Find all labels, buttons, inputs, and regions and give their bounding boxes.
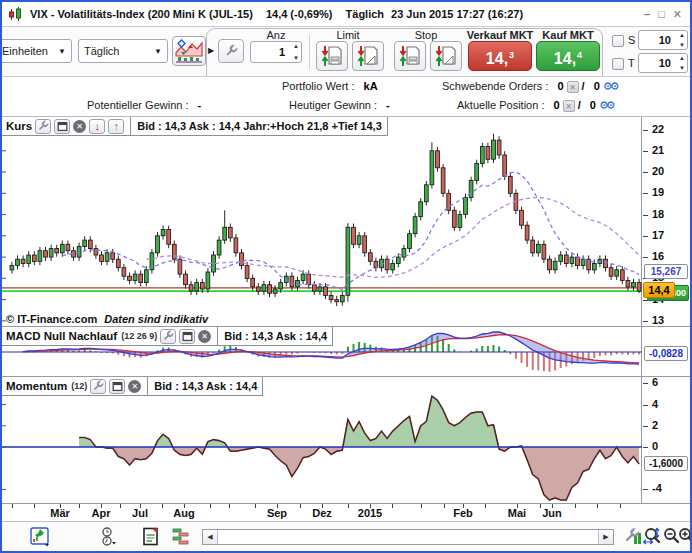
stop-order-alt-icon bbox=[434, 44, 458, 68]
header-divider bbox=[217, 327, 218, 346]
macd-panel-header: MACD Null Nachlauf (12 26 9) ✕ Bid : 14,… bbox=[2, 327, 333, 346]
panel-title: MACD Null Nachlauf bbox=[6, 330, 117, 342]
copyright-note: © IT-Finance.comDaten sind indikativ bbox=[6, 313, 208, 325]
maximize-icon[interactable]: □ bbox=[658, 8, 665, 21]
axis-tick bbox=[643, 172, 648, 173]
time-axis-month: Jul bbox=[132, 507, 148, 519]
units-dropdown[interactable]: Einheiten ▼ bbox=[0, 39, 72, 63]
close-icon[interactable]: ✕ bbox=[673, 8, 682, 21]
chevron-down-icon: ▼ bbox=[58, 47, 66, 56]
sell-stop-order-button[interactable] bbox=[394, 41, 426, 71]
quantity-stepper[interactable]: 1 ▲▼ bbox=[250, 41, 302, 63]
axis-tick bbox=[643, 321, 648, 322]
notes-icon bbox=[142, 527, 160, 547]
window-period: Täglich bbox=[346, 8, 385, 20]
scroll-left-icon[interactable]: ◀ bbox=[203, 530, 218, 544]
detach-panel-button[interactable] bbox=[54, 119, 70, 134]
position-list-icon[interactable]: ✕ bbox=[563, 100, 575, 112]
price-panel-header: Kurs ✕ ↓ ↑ Bid : 14,3 Ask : 14,4 Jahr:+H… bbox=[2, 117, 388, 136]
time-axis-month: Aug bbox=[173, 507, 194, 519]
close-panel-icon[interactable]: ✕ bbox=[128, 380, 141, 393]
wrench-chart-icon bbox=[623, 527, 643, 547]
detach-panel-button[interactable] bbox=[109, 379, 125, 394]
t-value-stepper[interactable]: 10 ▲▼ bbox=[638, 53, 688, 73]
orders-list-icon[interactable]: ✕ bbox=[567, 81, 579, 93]
time-zones-button[interactable] bbox=[97, 526, 119, 548]
buy-market-button[interactable]: 14,4 bbox=[536, 41, 600, 71]
quick-sell-button[interactable]: ↓ bbox=[89, 119, 105, 134]
axis-tick bbox=[643, 489, 648, 490]
price-tick-label: 22 bbox=[652, 123, 664, 135]
stepper-arrows-icon[interactable]: ▲▼ bbox=[679, 55, 685, 71]
scroll-right-icon[interactable]: ▶ bbox=[598, 530, 613, 544]
title-bar: VIX - Volatilitäts-Index (200 Mini K (JU… bbox=[2, 2, 690, 27]
order-book-button[interactable] bbox=[170, 526, 192, 548]
collapse-arrow-icon[interactable]: ▶ bbox=[208, 46, 214, 55]
buy-limit-order-button[interactable] bbox=[352, 41, 384, 71]
momentum-axis[interactable]: -1,6000 6420-4 bbox=[643, 377, 690, 503]
chart-style-button[interactable] bbox=[172, 36, 206, 66]
pending-orders: Schwebende Orders : 0 ✕ / 0 ⚙⚙ bbox=[442, 77, 617, 96]
time-axis-tick bbox=[12, 504, 13, 508]
detach-chart-button[interactable] bbox=[30, 526, 52, 548]
window-controls: – □ ✕ bbox=[644, 8, 684, 21]
wrench-icon bbox=[92, 380, 104, 392]
scrollbar-track[interactable] bbox=[218, 530, 598, 544]
close-panel-icon[interactable]: ✕ bbox=[73, 120, 86, 133]
price-panel: 15,267 14,400 14,4 22212019181716151413 … bbox=[2, 117, 690, 327]
stepper-arrows-icon[interactable]: ▲▼ bbox=[679, 32, 685, 48]
macd-axis[interactable]: -0,0828 bbox=[643, 327, 690, 376]
zoom-in-button[interactable] bbox=[676, 526, 692, 548]
notes-button[interactable] bbox=[140, 526, 162, 548]
panel-params: (12) bbox=[71, 381, 87, 391]
price-tick-label: 20 bbox=[652, 165, 664, 177]
zoom-in-icon bbox=[677, 527, 692, 547]
order-settings-button[interactable] bbox=[218, 39, 244, 63]
close-panel-icon[interactable]: ✕ bbox=[198, 330, 211, 343]
header-divider bbox=[130, 117, 131, 136]
momentum-panel: -1,6000 6420-4 Momentum (12) ✕ Bid : 14,… bbox=[2, 377, 690, 504]
stop-label: Stop bbox=[404, 29, 448, 41]
limit-label: Limit bbox=[324, 29, 372, 41]
order-book-icon bbox=[171, 527, 191, 547]
momentum-tick-label: 6 bbox=[652, 376, 658, 388]
indicator-settings-button[interactable] bbox=[160, 329, 176, 344]
axis-tick bbox=[643, 193, 648, 194]
time-axis-tick bbox=[300, 504, 301, 508]
time-axis-month: Jun bbox=[542, 507, 562, 519]
chart-settings-button[interactable] bbox=[622, 526, 644, 548]
potential-gain: Potentieller Gewinn : - bbox=[87, 96, 201, 115]
buy-stop-order-button[interactable] bbox=[430, 41, 462, 71]
axis-tick bbox=[643, 130, 648, 131]
stepper-arrows-icon[interactable]: ▲▼ bbox=[293, 43, 299, 61]
time-axis-tick bbox=[255, 504, 256, 508]
s-value: 10 bbox=[659, 34, 671, 46]
stop-checkbox[interactable] bbox=[612, 35, 624, 47]
detach-panel-button[interactable] bbox=[179, 329, 195, 344]
gears-icon[interactable]: ⚙⚙ bbox=[599, 96, 613, 115]
chart-scrollbar[interactable]: ◀ ▶ bbox=[202, 529, 614, 545]
s-value-stepper[interactable]: 10 ▲▼ bbox=[638, 30, 688, 50]
gears-icon[interactable]: ⚙⚙ bbox=[603, 77, 617, 96]
period-dropdown[interactable]: Täglich ▼ bbox=[78, 39, 168, 63]
momentum-tick-label: 4 bbox=[652, 398, 658, 410]
sell-market-button[interactable]: 14,3 bbox=[468, 41, 532, 71]
sell-limit-order-button[interactable] bbox=[316, 41, 348, 71]
time-axis[interactable]: MärAprJulAugSepDez2015FebMaiJun bbox=[2, 504, 690, 521]
minimize-icon[interactable]: – bbox=[644, 8, 650, 21]
momentum-value-box: -1,6000 bbox=[644, 456, 688, 471]
axis-tick bbox=[643, 426, 648, 427]
time-axis-month: Mär bbox=[50, 507, 70, 519]
sell-market-label: Verkauf MKT bbox=[464, 29, 536, 41]
wrench-icon bbox=[37, 120, 49, 132]
price-plot[interactable] bbox=[2, 117, 642, 326]
time-axis-tick bbox=[162, 504, 163, 508]
target-checkbox[interactable] bbox=[612, 58, 624, 70]
quick-buy-button[interactable]: ↑ bbox=[108, 119, 124, 134]
indicator-settings-button[interactable] bbox=[90, 379, 106, 394]
price-axis[interactable]: 15,267 14,400 14,4 22212019181716151413 bbox=[643, 117, 690, 326]
price-tick-label: 16 bbox=[652, 250, 664, 262]
indicator-settings-button[interactable] bbox=[35, 119, 51, 134]
buy-market-label: Kauf MKT bbox=[534, 29, 602, 41]
quantity-value: 1 bbox=[279, 46, 285, 58]
